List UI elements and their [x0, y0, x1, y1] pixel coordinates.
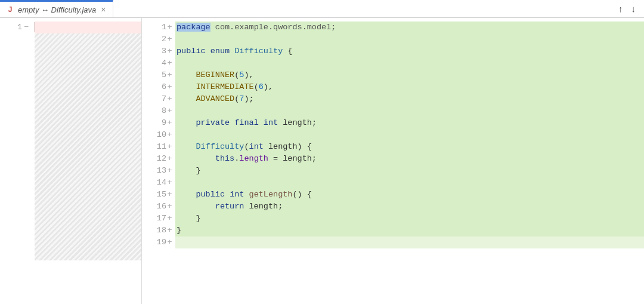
right-gutter: 1+2+3+4+5+6+7+8+9+10+11+12+13+14+15+16+1…: [142, 18, 175, 304]
code-line: this.length = length;: [175, 153, 644, 165]
added-marker-icon: +: [166, 165, 173, 177]
close-icon[interactable]: ×: [100, 5, 107, 14]
left-editor[interactable]: [35, 18, 141, 304]
code-line: }: [175, 213, 644, 225]
line-number: 7+: [142, 93, 175, 105]
added-marker-icon: +: [166, 117, 173, 129]
line-number: 11+: [142, 141, 175, 153]
code-line: private final int length;: [175, 117, 644, 129]
right-pane: 1+2+3+4+5+6+7+8+9+10+11+12+13+14+15+16+1…: [142, 18, 644, 304]
added-marker-icon: +: [166, 141, 173, 153]
line-number-value: 1: [17, 23, 22, 32]
line-number: 1−: [0, 22, 30, 33]
diff-nav: ↑ ↓: [610, 4, 644, 14]
line-number: 5+: [142, 69, 175, 81]
code-line: INTERMEDIATE(6),: [175, 81, 644, 93]
added-marker-icon: +: [166, 189, 173, 201]
code-line: [175, 105, 644, 117]
added-marker-icon: +: [166, 213, 173, 225]
right-editor[interactable]: package com.example.qwords.model;public …: [175, 18, 644, 304]
line-number: 8+: [142, 105, 175, 117]
tab-bar: J empty ↔ Difficulty.java × ↑ ↓: [0, 0, 644, 18]
tab-label: empty ↔ Difficulty.java: [18, 5, 96, 14]
code-line: return length;: [175, 201, 644, 213]
code-line: }: [175, 165, 644, 177]
caret-icon: [35, 22, 35, 32]
line-number: 15+: [142, 189, 175, 201]
added-marker-icon: +: [166, 105, 173, 117]
added-marker-icon: +: [166, 129, 173, 141]
line-number: 4+: [142, 57, 175, 69]
left-pane: 1−: [0, 18, 142, 304]
line-number: 10+: [142, 129, 175, 141]
code-line: Difficulty(int length) {: [175, 141, 644, 153]
line-number: 3+: [142, 45, 175, 57]
code-line: ADVANCED(7);: [175, 93, 644, 105]
added-marker-icon: +: [166, 237, 173, 248]
left-gutter: 1−: [0, 18, 35, 304]
code-line: public enum Difficulty {: [175, 45, 644, 57]
empty-region: [35, 33, 141, 260]
added-marker-icon: +: [166, 33, 173, 45]
added-marker-icon: +: [166, 22, 173, 33]
line-number: 9+: [142, 117, 175, 129]
code-line: BEGINNER(5),: [175, 69, 644, 81]
added-marker-icon: +: [166, 177, 173, 189]
java-file-icon: J: [6, 5, 14, 14]
tab-diff-file[interactable]: J empty ↔ Difficulty.java ×: [0, 0, 113, 17]
added-marker-icon: +: [166, 93, 173, 105]
line-number: 13+: [142, 165, 175, 177]
code-line: [175, 129, 644, 141]
code-line: }: [175, 225, 644, 237]
line-number: 17+: [142, 213, 175, 225]
code-line: [175, 57, 644, 69]
diff-body: 1− 1+2+3+4+5+6+7+8+9+10+11+12+13+14+15+1…: [0, 18, 644, 304]
added-marker-icon: +: [166, 201, 173, 213]
line-number: 14+: [142, 177, 175, 189]
line-number: 18+: [142, 225, 175, 237]
added-marker-icon: +: [166, 225, 173, 237]
code-line: [175, 33, 644, 45]
prev-diff-icon[interactable]: ↑: [618, 4, 623, 14]
deleted-line: [35, 22, 141, 33]
line-number: 16+: [142, 201, 175, 213]
next-diff-icon[interactable]: ↓: [631, 4, 636, 14]
line-number: 2+: [142, 33, 175, 45]
line-number: 12+: [142, 153, 175, 165]
line-number: 6+: [142, 81, 175, 93]
added-marker-icon: +: [166, 69, 173, 81]
added-marker-icon: +: [166, 153, 173, 165]
code-line: package com.example.qwords.model;: [175, 22, 644, 33]
code-line: [175, 237, 644, 248]
code-line: public int getLength() {: [175, 189, 644, 201]
added-marker-icon: +: [166, 81, 173, 93]
added-marker-icon: +: [166, 45, 173, 57]
line-number: 19+: [142, 237, 175, 248]
removed-marker-icon: −: [24, 22, 30, 33]
code-line: [175, 177, 644, 189]
line-number: 1+: [142, 22, 175, 33]
added-marker-icon: +: [166, 57, 173, 69]
